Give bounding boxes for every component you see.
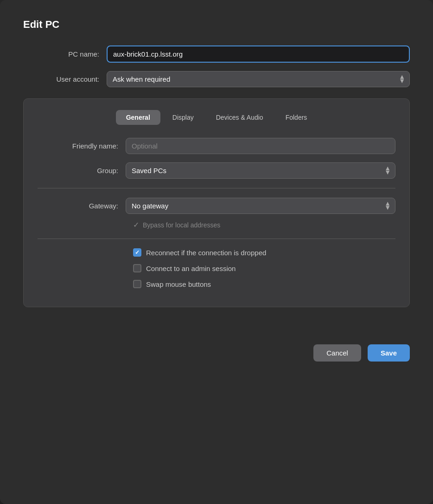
divider-2 [38, 239, 395, 239]
friendly-name-label: Friendly name: [38, 142, 126, 150]
swap-mouse-label: Swap mouse buttons [146, 280, 211, 288]
gateway-wrapper: No gateway ▲ ▼ [126, 198, 395, 214]
admin-checkbox-wrapper[interactable]: Connect to an admin session [133, 264, 236, 272]
gateway-label: Gateway: [38, 202, 126, 210]
admin-label: Connect to an admin session [146, 265, 236, 272]
tabs-bar: General Display Devices & Audio Folders [38, 110, 395, 125]
cancel-button[interactable]: Cancel [313, 344, 361, 362]
tabs-section: General Display Devices & Audio Folders … [23, 98, 410, 307]
friendly-name-row: Friendly name: [38, 138, 395, 154]
group-wrapper: Saved PCs ▲ ▼ [126, 162, 395, 179]
admin-row: Connect to an admin session [38, 264, 395, 272]
footer: Cancel Save [23, 335, 410, 362]
tab-devices-audio[interactable]: Devices & Audio [206, 110, 274, 125]
tab-folders[interactable]: Folders [275, 110, 318, 125]
pc-name-label: PC name: [23, 50, 107, 58]
admin-checkbox[interactable] [133, 264, 141, 272]
tab-general[interactable]: General [116, 110, 160, 125]
user-account-select[interactable]: Ask when required Add User Account... [107, 71, 410, 87]
reconnect-label: Reconnect if the connection is dropped [146, 249, 266, 257]
user-account-row: User account: Ask when required Add User… [23, 71, 410, 87]
reconnect-checkbox[interactable] [133, 248, 141, 257]
bypass-checkbox-wrapper: ✓ Bypass for local addresses [133, 220, 220, 229]
swap-mouse-checkbox-wrapper[interactable]: Swap mouse buttons [133, 280, 211, 288]
bypass-label: Bypass for local addresses [143, 221, 220, 229]
swap-mouse-row: Swap mouse buttons [38, 280, 395, 288]
user-account-label: User account: [23, 75, 107, 83]
pc-name-input[interactable] [107, 45, 410, 63]
bypass-row: ✓ Bypass for local addresses [38, 220, 395, 229]
reconnect-row: Reconnect if the connection is dropped [38, 248, 395, 257]
group-select[interactable]: Saved PCs [126, 162, 395, 179]
divider-1 [38, 188, 395, 188]
group-row: Group: Saved PCs ▲ ▼ [38, 162, 395, 179]
pc-name-row: PC name: [23, 45, 410, 63]
save-button[interactable]: Save [368, 344, 410, 362]
edit-pc-dialog: Edit PC PC name: User account: Ask when … [0, 0, 433, 504]
gateway-row: Gateway: No gateway ▲ ▼ [38, 198, 395, 214]
reconnect-checkbox-wrapper[interactable]: Reconnect if the connection is dropped [133, 248, 266, 257]
swap-mouse-checkbox[interactable] [133, 280, 141, 288]
gateway-select[interactable]: No gateway [126, 198, 395, 214]
tab-display[interactable]: Display [162, 110, 204, 125]
dialog-title: Edit PC [23, 19, 410, 31]
bypass-checkmark-icon: ✓ [133, 220, 139, 229]
group-label: Group: [38, 167, 126, 174]
user-account-wrapper: Ask when required Add User Account... ▲ … [107, 71, 410, 87]
friendly-name-input[interactable] [126, 138, 395, 154]
